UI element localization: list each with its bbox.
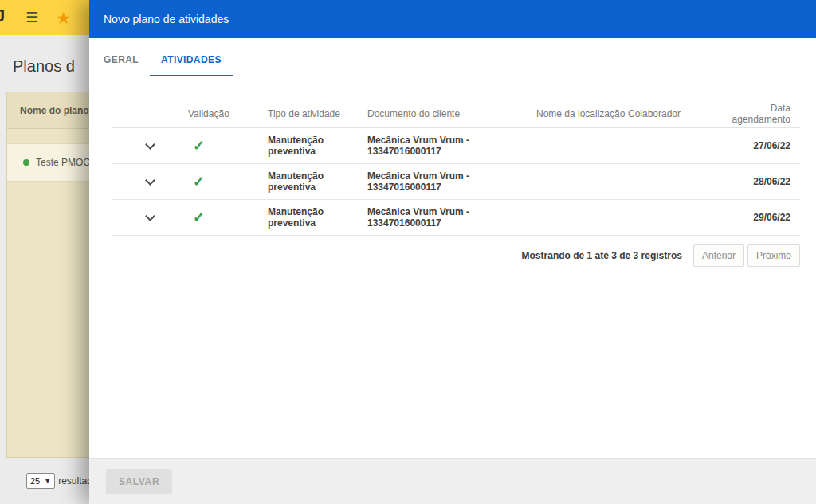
cell-data-agendamento: 27/06/22: [716, 140, 800, 151]
cell-documento: Mecânica Vrum Vrum - 13347016000117: [367, 206, 536, 229]
cell-documento: Mecânica Vrum Vrum - 13347016000117: [367, 170, 536, 193]
col-data-agendamento: Data agendamento: [716, 103, 800, 125]
modal-tabbar: GERAL ATIVIDADES: [89, 46, 816, 77]
col-documento: Documento do cliente: [367, 108, 536, 119]
status-dot-icon: [23, 159, 29, 166]
expand-row-button[interactable]: [112, 180, 188, 184]
save-button[interactable]: SALVAR: [106, 469, 172, 494]
expand-row-button[interactable]: [112, 144, 188, 148]
validation-check-icon: ✓: [188, 209, 268, 226]
tab-atividades[interactable]: ATIVIDADES: [150, 46, 233, 76]
cell-documento: Mecânica Vrum Vrum - 13347016000117: [367, 135, 536, 157]
new-activity-plan-modal: Novo plano de atividades GERAL ATIVIDADE…: [89, 0, 816, 504]
plan-row-label: Teste PMOC: [36, 157, 90, 168]
col-colaborador: Colaborador: [628, 108, 716, 119]
col-localizacao: Nome da localização: [536, 108, 628, 119]
page-size-value: 25: [30, 476, 40, 486]
table-row: ✓ Manutenção preventiva Mecânica Vrum Vr…: [112, 128, 800, 164]
activities-table: Validação Tipo de atividade Documento do…: [112, 100, 800, 275]
previous-page-button[interactable]: Anterior: [693, 244, 744, 267]
cell-tipo: Manutenção preventiva: [268, 206, 367, 229]
table-row: ✓ Manutenção preventiva Mecânica Vrum Vr…: [112, 200, 800, 236]
tab-geral[interactable]: GERAL: [92, 46, 150, 76]
modal-header: Novo plano de atividades: [89, 0, 816, 38]
cell-tipo: Manutenção preventiva: [268, 170, 367, 193]
chevron-down-icon: [145, 175, 155, 186]
cell-data-agendamento: 29/06/22: [716, 212, 800, 223]
table-footer: Mostrando de 1 até 3 de 3 registros Ante…: [112, 236, 800, 275]
cell-data-agendamento: 28/06/22: [716, 176, 800, 187]
page-size-select[interactable]: 25 ▼: [26, 473, 55, 489]
table-header-row: Validação Tipo de atividade Documento do…: [112, 100, 800, 128]
records-summary: Mostrando de 1 até 3 de 3 registros: [522, 250, 682, 261]
page-size-bar: 25 ▼ resultado: [0, 458, 89, 504]
chevron-down-icon: [145, 211, 155, 221]
next-page-button[interactable]: Próximo: [747, 244, 800, 267]
validation-check-icon: ✓: [188, 173, 268, 190]
list-menu-icon[interactable]: ☰: [26, 10, 38, 25]
page-title: Planos d: [13, 57, 89, 76]
chevron-down-icon: [145, 139, 155, 150]
pagination: Anterior Próximo: [693, 244, 800, 267]
cell-tipo: Manutenção preventiva: [268, 135, 367, 157]
modal-body-spacer: [89, 275, 816, 458]
table-row: ✓ Manutenção preventiva Mecânica Vrum Vr…: [112, 164, 800, 200]
chevron-down-icon: ▼: [44, 477, 51, 485]
app-logo: J: [0, 6, 10, 29]
modal-title: Novo plano de atividades: [104, 13, 229, 25]
validation-check-icon: ✓: [188, 137, 268, 154]
col-validacao: Validação: [188, 108, 268, 119]
expand-row-button[interactable]: [112, 216, 188, 220]
col-tipo: Tipo de atividade: [268, 108, 367, 119]
star-icon[interactable]: ★: [56, 10, 71, 26]
modal-footer: SALVAR: [89, 458, 816, 504]
